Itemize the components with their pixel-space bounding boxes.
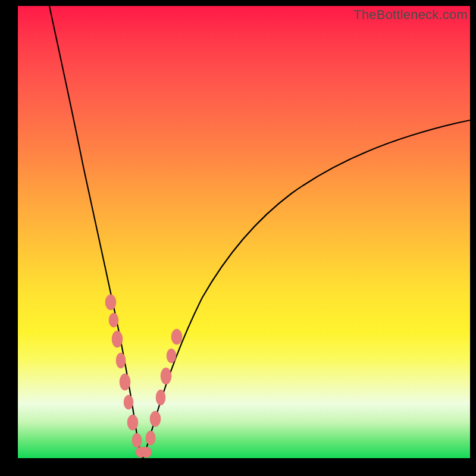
dot (150, 411, 161, 427)
dot (112, 331, 123, 347)
watermark-text: TheBottleneck.com (353, 7, 468, 23)
dot (167, 349, 176, 363)
dot (109, 313, 118, 327)
curve-left-branch (49, 6, 143, 458)
plot-area (18, 6, 470, 458)
dot (146, 431, 155, 445)
highlight-dots (105, 295, 182, 458)
dot (141, 447, 152, 458)
dot (156, 390, 165, 405)
dot (124, 395, 133, 409)
chart-frame: TheBottleneck.com (0, 0, 476, 476)
dot (171, 329, 182, 345)
curve-layer (18, 6, 470, 458)
dot (161, 368, 171, 384)
dot (105, 295, 116, 310)
curve-right-branch (143, 120, 470, 458)
dot (132, 433, 142, 447)
dot (127, 415, 138, 430)
dot (120, 374, 130, 390)
dot (116, 353, 126, 368)
